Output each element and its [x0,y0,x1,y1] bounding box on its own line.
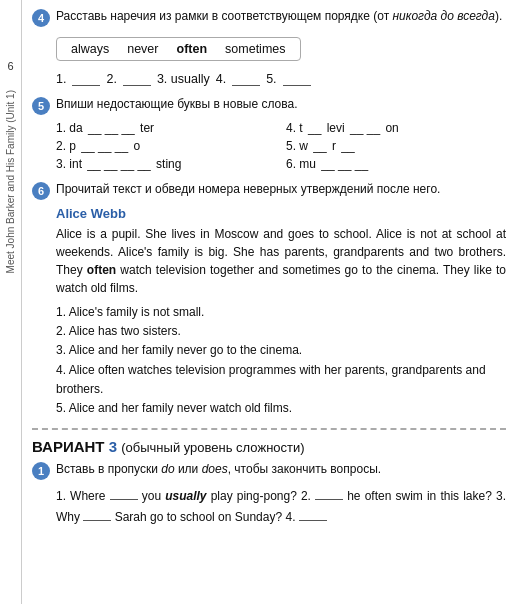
v-blank4[interactable] [299,507,327,521]
sidebar-text: Meet John Barker and His Family (Unit 1) [5,90,16,273]
and-word1: and [263,227,283,241]
variant-task1-sentences: 1. Where you usually play ping-pong? 2. … [56,486,506,527]
num1: 1. [56,72,66,86]
t5-r1-left-text: 1. da [56,121,83,135]
variant-title: ВАРИАНТ 3 (обычный уровень сложности) [32,438,506,455]
variant-label: ВАРИАНТ [32,438,105,455]
task4-header: 4 Расставь наречия из рамки в соответств… [32,8,506,27]
word-often: often [177,42,208,56]
variant-task1-number: 1 [32,462,50,480]
task4-number: 4 [32,9,50,27]
task5-block: 5 Впиши недостающие буквы в новые слова.… [32,96,506,171]
word-box: always never often sometimes [56,37,301,61]
task5-instruction: Впиши недостающие буквы в новые слова. [56,96,506,113]
word-sometimes: sometimes [225,42,285,56]
task4-instruction: Расставь наречия из рамки в соответствую… [56,8,506,25]
usually-word: usually [165,489,206,503]
v-blank1[interactable] [110,486,138,500]
often-word2: often [365,489,392,503]
statement-2: 2. Alice has two sisters. [56,322,506,341]
task4-fillline: 1. 2. 3. usually 4. 5. [56,72,506,86]
blank2[interactable] [123,72,151,86]
v-blank3[interactable] [83,507,111,521]
statement-1: 1. Alice's family is not small. [56,303,506,322]
family-word: family [158,245,189,259]
task5-number: 5 [32,97,50,115]
alice-title: Alice Webb [56,206,506,221]
this-word: this [440,489,459,503]
often-word: often [87,263,116,277]
variant-task1-instruction: Вставь в пропуски do или does, чтобы зак… [56,461,506,478]
task6-number: 6 [32,182,50,200]
variant-number: 3 [109,438,117,455]
task4-block: 4 Расставь наречия из рамки в соответств… [32,8,506,86]
alice-statements: 1. Alice's family is not small. 2. Alice… [56,303,506,418]
variant-level: (обычный уровень сложности) [121,440,304,455]
statement-4: 4. Alice often watches television progra… [56,361,506,399]
alice-text: Alice is a pupil. She lives in Moscow an… [56,225,506,297]
statement-3: 3. Alice and her family never go to the … [56,341,506,360]
variant-task1: 1 Вставь в пропуски do или does, чтобы з… [32,461,506,527]
page-number: 6 [7,60,13,72]
and-word2: and [409,245,429,259]
and-word3: and [258,263,278,277]
task6-block: 6 Прочитай текст и обведи номера неверны… [32,181,506,418]
blank4[interactable] [232,72,260,86]
word-never: never [127,42,158,56]
task5-row1-left: 1. da __ __ __ ter [56,121,276,135]
main-content: 4 Расставь наречия из рамки в соответств… [22,0,518,604]
task5-row3-right: 6. mu __ __ __ [286,157,506,171]
task5-row1-right: 4. t __ levi __ __ on [286,121,506,135]
sidebar: 6 Meet John Barker and His Family (Unit … [0,0,22,604]
word-always: always [71,42,109,56]
variant-task1-header: 1 Вставь в пропуски do или does, чтобы з… [32,461,506,480]
task5-row2-right: 5. w __ r __ [286,139,506,153]
task5-grid: 1. da __ __ __ ter 4. t __ levi __ __ on… [56,121,506,171]
blank5[interactable] [283,72,311,86]
num2: 2. [106,72,116,86]
v-blank2[interactable] [315,486,343,500]
task5-header: 5 Впиши недостающие буквы в новые слова. [32,96,506,115]
task6-header: 6 Прочитай текст и обведи номера неверны… [32,181,506,200]
blank1[interactable] [72,72,100,86]
task6-instruction: Прочитай текст и обведи номера неверных … [56,181,506,198]
task5-row3-left: 3. int __ __ __ __ sting [56,157,276,171]
num5: 5. [266,72,276,86]
statement-5: 5. Alice and her family never watch old … [56,399,506,418]
num3: 3. usually [157,72,210,86]
task5-row2-left: 2. p __ __ __ o [56,139,276,153]
num4: 4. [216,72,226,86]
variant-section: ВАРИАНТ 3 (обычный уровень сложности) 1 … [32,428,506,527]
